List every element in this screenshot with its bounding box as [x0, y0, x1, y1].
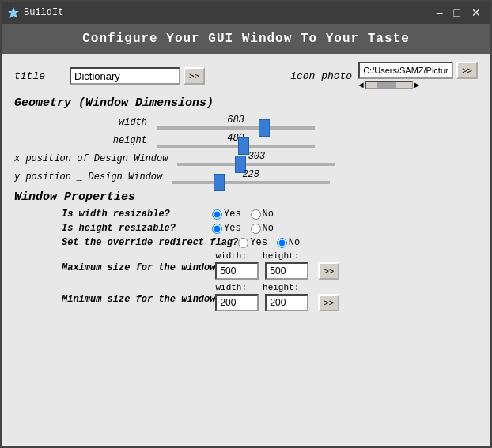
min-size-header: width: height:	[215, 283, 339, 292]
scroll-track[interactable]	[365, 81, 413, 89]
title-input[interactable]	[70, 67, 180, 85]
minimize-button[interactable]: –	[433, 7, 446, 18]
icon-photo-label: icon photo	[290, 70, 352, 82]
min-size-inputs: width: height: >>	[215, 283, 339, 311]
width-resizable-yes-radio[interactable]	[212, 209, 222, 220]
min-size-row: Minimum size for the window width: heigh…	[14, 283, 478, 311]
height-resizable-radio-group: Yes No	[212, 223, 280, 234]
title-bar: BuildIt – □ ✕	[2, 2, 490, 24]
max-width-input[interactable]	[215, 262, 259, 280]
maximize-button[interactable]: □	[451, 7, 464, 18]
xpos-track[interactable]	[177, 163, 335, 166]
min-size-arrow-button[interactable]: >>	[318, 294, 339, 311]
override-redirect-no-option[interactable]: No	[277, 237, 300, 248]
app-icon	[8, 7, 19, 18]
max-width-header: width:	[215, 251, 247, 261]
min-size-label: Minimum size for the window	[62, 283, 215, 305]
ypos-thumb[interactable]	[214, 174, 225, 191]
ypos-track[interactable]	[172, 181, 330, 184]
scroll-thumb	[377, 82, 396, 88]
close-button[interactable]: ✕	[468, 7, 484, 18]
header-text: Configure Your GUI Window To Your Taste	[82, 32, 409, 46]
max-size-arrow-button[interactable]: >>	[318, 262, 339, 280]
width-resizable-no-option[interactable]: No	[251, 209, 274, 220]
scroll-left-icon[interactable]: ◄	[358, 81, 364, 90]
scroll-right-icon[interactable]: ►	[414, 81, 420, 90]
max-size-header: width: height:	[215, 251, 339, 261]
max-height-input[interactable]	[265, 262, 308, 280]
height-label: height	[14, 135, 157, 146]
height-resizable-row: Is height resizable? Yes No	[14, 223, 478, 234]
xpos-row: x position of Design Window 303	[14, 151, 478, 166]
ypos-row: y position _ Design Window 228	[14, 169, 478, 184]
title-icon-row: title >> icon photo >> ◄ ►	[14, 62, 478, 90]
app-title: BuildIt	[24, 7, 63, 18]
width-slider-container: 683	[157, 115, 315, 130]
height-resizable-yes-radio[interactable]	[212, 224, 222, 234]
max-size-label: Maximum size for the window	[62, 251, 215, 273]
max-size-fields: >>	[215, 262, 339, 280]
height-resizable-label: Is height resizable?	[62, 223, 212, 234]
override-redirect-no-radio[interactable]	[277, 238, 287, 248]
window-controls: – □ ✕	[433, 7, 484, 18]
width-resizable-label: Is width resizable?	[62, 209, 212, 220]
icon-scroll-area: ◄ ►	[358, 81, 478, 90]
icon-path-input[interactable]	[358, 62, 453, 79]
max-size-inputs: width: height: >>	[215, 251, 339, 280]
main-content: title >> icon photo >> ◄ ► Geometry (Win…	[2, 54, 490, 445]
override-redirect-radio-group: Yes No	[238, 237, 306, 248]
xpos-label: x position of Design Window	[14, 153, 177, 164]
ypos-label: y position _ Design Window	[14, 171, 172, 183]
header-bar: Configure Your GUI Window To Your Taste	[2, 24, 490, 54]
height-row: height 489	[14, 133, 478, 148]
footer-row: Okay	[2, 445, 490, 448]
width-track[interactable]	[157, 126, 315, 130]
height-track[interactable]	[157, 145, 315, 148]
height-resizable-no-option[interactable]: No	[251, 223, 274, 234]
xpos-value: 303	[248, 151, 266, 162]
min-width-header: width:	[215, 283, 247, 292]
ypos-value: 228	[242, 169, 259, 180]
override-redirect-row: Set the override redirect flag? Yes No	[14, 237, 478, 248]
height-resizable-yes-option[interactable]: Yes	[212, 223, 241, 234]
width-row: width 683	[14, 115, 478, 130]
xpos-slider-container: 303	[177, 151, 335, 166]
override-redirect-yes-radio[interactable]	[238, 238, 248, 248]
min-height-header: height:	[263, 283, 299, 292]
width-resizable-no-radio[interactable]	[251, 209, 261, 220]
geometry-section-title: Geometry (Window Dimensions)	[14, 96, 478, 110]
min-size-fields: >>	[215, 294, 339, 311]
max-size-row: Maximum size for the window width: heigh…	[14, 251, 478, 280]
min-height-input[interactable]	[265, 294, 308, 311]
width-value: 683	[227, 115, 244, 126]
width-resizable-yes-option[interactable]: Yes	[212, 209, 241, 220]
height-slider-container: 489	[157, 133, 315, 148]
properties-section-title: Window Properties	[14, 190, 478, 204]
title-label: title	[14, 70, 70, 82]
max-height-header: height:	[263, 251, 299, 261]
width-resizable-radio-group: Yes No	[212, 209, 280, 220]
override-redirect-label: Set the override redirect flag?	[62, 237, 238, 248]
width-label: width	[14, 117, 157, 128]
min-width-input[interactable]	[215, 294, 259, 311]
ypos-slider-container: 228	[172, 169, 330, 184]
override-redirect-yes-option[interactable]: Yes	[238, 237, 267, 248]
height-resizable-no-radio[interactable]	[251, 224, 261, 234]
title-arrow-button[interactable]: >>	[184, 67, 205, 85]
icon-arrow-button[interactable]: >>	[456, 62, 478, 79]
width-resizable-row: Is width resizable? Yes No	[14, 209, 478, 220]
